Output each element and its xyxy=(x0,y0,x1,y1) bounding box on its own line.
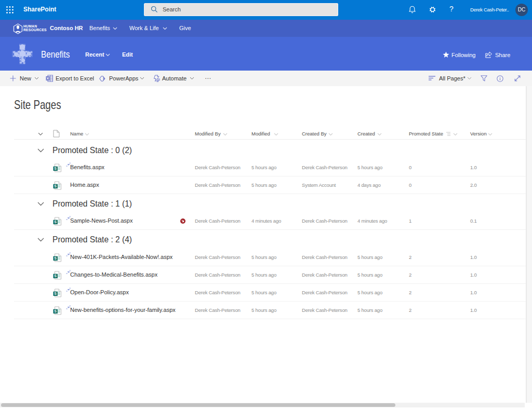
svg-text:S: S xyxy=(54,309,57,313)
svg-text:S: S xyxy=(54,220,57,224)
svg-text:S: S xyxy=(54,274,57,278)
svg-text:S: S xyxy=(54,167,57,170)
svg-text:S: S xyxy=(54,256,57,260)
svg-text:S: S xyxy=(54,184,57,188)
svg-text:S: S xyxy=(54,292,57,295)
